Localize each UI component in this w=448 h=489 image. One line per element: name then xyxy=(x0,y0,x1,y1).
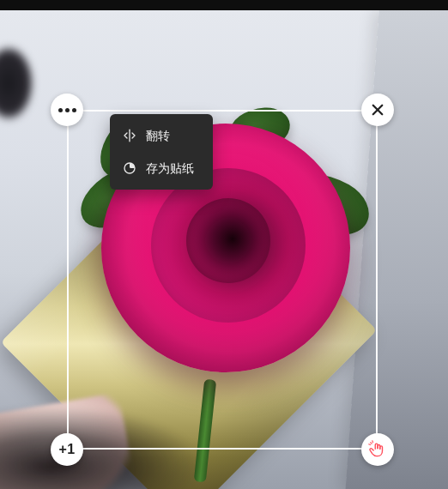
duplicate-handle[interactable]: +1 xyxy=(51,433,83,466)
duplicate-label: +1 xyxy=(58,442,75,457)
bg-shadow-left xyxy=(0,45,34,122)
context-menu: 翻转 存为贴纸 xyxy=(110,114,213,190)
status-bar xyxy=(0,0,448,10)
delete-handle[interactable] xyxy=(361,94,394,126)
save-sticker-icon xyxy=(122,160,137,176)
editor-canvas: +1 xyxy=(0,0,448,489)
flip-horizontal-icon xyxy=(122,128,137,143)
menu-item-flip[interactable]: 翻转 xyxy=(110,119,213,152)
gesture-resize-handle[interactable] xyxy=(361,433,394,466)
close-icon xyxy=(370,102,385,118)
menu-item-label: 存为贴纸 xyxy=(146,162,194,174)
more-icon xyxy=(58,108,76,112)
menu-item-label: 翻转 xyxy=(146,130,170,142)
gesture-icon xyxy=(368,440,387,459)
menu-item-save-sticker[interactable]: 存为贴纸 xyxy=(110,152,213,184)
more-options-handle[interactable] xyxy=(51,94,83,126)
bg-wall xyxy=(345,10,448,489)
bottom-shadow xyxy=(0,395,232,489)
photo-area[interactable]: +1 xyxy=(0,10,448,489)
